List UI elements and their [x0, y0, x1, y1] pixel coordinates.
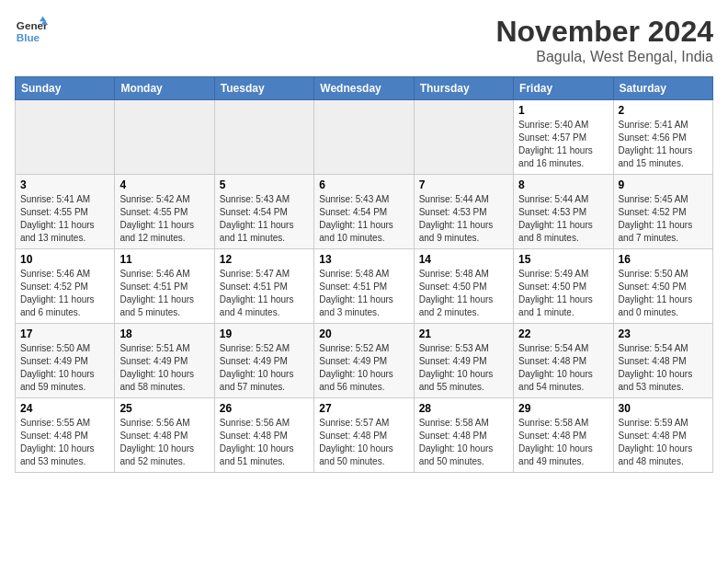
day-info: Sunrise: 5:55 AM Sunset: 4:48 PM Dayligh…: [20, 417, 109, 468]
day-info: Sunrise: 5:54 AM Sunset: 4:48 PM Dayligh…: [518, 342, 608, 394]
day-number: 12: [220, 253, 309, 266]
day-number: 30: [619, 402, 708, 415]
calendar-cell: [414, 100, 513, 175]
day-info: Sunrise: 5:41 AM Sunset: 4:55 PM Dayligh…: [20, 193, 109, 245]
calendar-cell: 1Sunrise: 5:40 AM Sunset: 4:57 PM Daylig…: [514, 100, 613, 175]
calendar-cell: 15Sunrise: 5:49 AM Sunset: 4:50 PM Dayli…: [514, 249, 613, 324]
location: Bagula, West Bengal, India: [495, 49, 713, 65]
calendar-cell: 25Sunrise: 5:56 AM Sunset: 4:48 PM Dayli…: [115, 398, 214, 473]
calendar-cell: [214, 100, 313, 175]
day-number: 17: [20, 327, 109, 340]
day-number: 11: [119, 253, 209, 266]
calendar-cell: 3Sunrise: 5:41 AM Sunset: 4:55 PM Daylig…: [16, 175, 115, 249]
day-info: Sunrise: 5:59 AM Sunset: 4:48 PM Dayligh…: [619, 417, 708, 468]
day-info: Sunrise: 5:52 AM Sunset: 4:49 PM Dayligh…: [319, 342, 408, 394]
calendar-cell: 7Sunrise: 5:44 AM Sunset: 4:53 PM Daylig…: [414, 175, 513, 249]
svg-text:Blue: Blue: [17, 31, 40, 43]
calendar-cell: 5Sunrise: 5:43 AM Sunset: 4:54 PM Daylig…: [214, 175, 313, 249]
calendar-cell: [16, 100, 115, 175]
calendar-cell: 19Sunrise: 5:52 AM Sunset: 4:49 PM Dayli…: [214, 324, 313, 398]
calendar-cell: 20Sunrise: 5:52 AM Sunset: 4:49 PM Dayli…: [314, 324, 414, 398]
day-number: 29: [518, 402, 608, 415]
page-header: General Blue November 2024 Bagula, West …: [15, 15, 713, 65]
column-header-wednesday: Wednesday: [314, 77, 414, 100]
calendar-cell: 22Sunrise: 5:54 AM Sunset: 4:48 PM Dayli…: [514, 324, 613, 398]
day-info: Sunrise: 5:41 AM Sunset: 4:56 PM Dayligh…: [619, 119, 708, 170]
day-number: 18: [119, 327, 209, 340]
calendar-cell: 26Sunrise: 5:56 AM Sunset: 4:48 PM Dayli…: [214, 398, 313, 473]
day-number: 5: [220, 178, 309, 191]
week-row-2: 3Sunrise: 5:41 AM Sunset: 4:55 PM Daylig…: [16, 175, 713, 249]
day-info: Sunrise: 5:57 AM Sunset: 4:48 PM Dayligh…: [319, 417, 408, 468]
day-number: 16: [619, 253, 708, 266]
day-info: Sunrise: 5:44 AM Sunset: 4:53 PM Dayligh…: [518, 193, 608, 245]
calendar-cell: 30Sunrise: 5:59 AM Sunset: 4:48 PM Dayli…: [613, 398, 712, 473]
day-info: Sunrise: 5:44 AM Sunset: 4:53 PM Dayligh…: [419, 193, 508, 245]
day-info: Sunrise: 5:58 AM Sunset: 4:48 PM Dayligh…: [518, 417, 608, 468]
day-number: 13: [319, 253, 408, 266]
week-row-5: 24Sunrise: 5:55 AM Sunset: 4:48 PM Dayli…: [16, 398, 713, 473]
calendar-cell: 9Sunrise: 5:45 AM Sunset: 4:52 PM Daylig…: [613, 175, 712, 249]
calendar-cell: 14Sunrise: 5:48 AM Sunset: 4:50 PM Dayli…: [414, 249, 513, 324]
week-row-1: 1Sunrise: 5:40 AM Sunset: 4:57 PM Daylig…: [16, 100, 713, 175]
day-number: 26: [220, 402, 309, 415]
calendar-cell: 24Sunrise: 5:55 AM Sunset: 4:48 PM Dayli…: [16, 398, 115, 473]
day-info: Sunrise: 5:47 AM Sunset: 4:51 PM Dayligh…: [220, 268, 309, 319]
calendar-cell: 6Sunrise: 5:43 AM Sunset: 4:54 PM Daylig…: [314, 175, 414, 249]
day-info: Sunrise: 5:46 AM Sunset: 4:51 PM Dayligh…: [119, 268, 209, 319]
calendar-cell: [115, 100, 214, 175]
logo-icon: General Blue: [15, 15, 48, 48]
calendar-cell: 16Sunrise: 5:50 AM Sunset: 4:50 PM Dayli…: [613, 249, 712, 324]
day-number: 3: [20, 178, 109, 191]
day-number: 14: [419, 253, 508, 266]
calendar-cell: 17Sunrise: 5:50 AM Sunset: 4:49 PM Dayli…: [16, 324, 115, 398]
column-header-tuesday: Tuesday: [214, 77, 313, 100]
title-block: November 2024 Bagula, West Bengal, India: [495, 15, 713, 65]
calendar-cell: 21Sunrise: 5:53 AM Sunset: 4:49 PM Dayli…: [414, 324, 513, 398]
day-info: Sunrise: 5:56 AM Sunset: 4:48 PM Dayligh…: [220, 417, 309, 468]
day-number: 21: [419, 327, 508, 340]
calendar-cell: 8Sunrise: 5:44 AM Sunset: 4:53 PM Daylig…: [514, 175, 613, 249]
calendar-cell: 2Sunrise: 5:41 AM Sunset: 4:56 PM Daylig…: [613, 100, 712, 175]
day-info: Sunrise: 5:54 AM Sunset: 4:48 PM Dayligh…: [619, 342, 708, 394]
calendar-cell: 18Sunrise: 5:51 AM Sunset: 4:49 PM Dayli…: [115, 324, 214, 398]
column-header-sunday: Sunday: [16, 77, 115, 100]
calendar-cell: 12Sunrise: 5:47 AM Sunset: 4:51 PM Dayli…: [214, 249, 313, 324]
logo: General Blue: [15, 15, 48, 48]
day-info: Sunrise: 5:50 AM Sunset: 4:50 PM Dayligh…: [619, 268, 708, 319]
day-info: Sunrise: 5:53 AM Sunset: 4:49 PM Dayligh…: [419, 342, 508, 394]
week-row-3: 10Sunrise: 5:46 AM Sunset: 4:52 PM Dayli…: [16, 249, 713, 324]
day-number: 15: [518, 253, 608, 266]
day-info: Sunrise: 5:40 AM Sunset: 4:57 PM Dayligh…: [518, 119, 608, 170]
day-info: Sunrise: 5:43 AM Sunset: 4:54 PM Dayligh…: [220, 193, 309, 245]
day-info: Sunrise: 5:48 AM Sunset: 4:50 PM Dayligh…: [419, 268, 508, 319]
day-info: Sunrise: 5:42 AM Sunset: 4:55 PM Dayligh…: [119, 193, 209, 245]
day-number: 1: [518, 104, 608, 117]
day-number: 20: [319, 327, 408, 340]
calendar-cell: 4Sunrise: 5:42 AM Sunset: 4:55 PM Daylig…: [115, 175, 214, 249]
day-info: Sunrise: 5:46 AM Sunset: 4:52 PM Dayligh…: [20, 268, 109, 319]
calendar-cell: 23Sunrise: 5:54 AM Sunset: 4:48 PM Dayli…: [613, 324, 712, 398]
day-info: Sunrise: 5:48 AM Sunset: 4:51 PM Dayligh…: [319, 268, 408, 319]
day-info: Sunrise: 5:56 AM Sunset: 4:48 PM Dayligh…: [119, 417, 209, 468]
calendar-cell: 27Sunrise: 5:57 AM Sunset: 4:48 PM Dayli…: [314, 398, 414, 473]
month-year: November 2024: [495, 15, 713, 49]
day-info: Sunrise: 5:45 AM Sunset: 4:52 PM Dayligh…: [619, 193, 708, 245]
column-header-monday: Monday: [115, 77, 214, 100]
calendar-cell: 11Sunrise: 5:46 AM Sunset: 4:51 PM Dayli…: [115, 249, 214, 324]
day-number: 27: [319, 402, 408, 415]
column-header-saturday: Saturday: [613, 77, 712, 100]
day-number: 7: [419, 178, 508, 191]
day-number: 4: [119, 178, 209, 191]
calendar-cell: 28Sunrise: 5:58 AM Sunset: 4:48 PM Dayli…: [414, 398, 513, 473]
column-header-thursday: Thursday: [414, 77, 513, 100]
calendar-cell: [314, 100, 414, 175]
calendar-cell: 29Sunrise: 5:58 AM Sunset: 4:48 PM Dayli…: [514, 398, 613, 473]
calendar-cell: 10Sunrise: 5:46 AM Sunset: 4:52 PM Dayli…: [16, 249, 115, 324]
day-number: 23: [619, 327, 708, 340]
day-number: 9: [619, 178, 708, 191]
calendar-header-row: SundayMondayTuesdayWednesdayThursdayFrid…: [16, 77, 713, 100]
day-number: 24: [20, 402, 109, 415]
day-number: 22: [518, 327, 608, 340]
day-number: 6: [319, 178, 408, 191]
